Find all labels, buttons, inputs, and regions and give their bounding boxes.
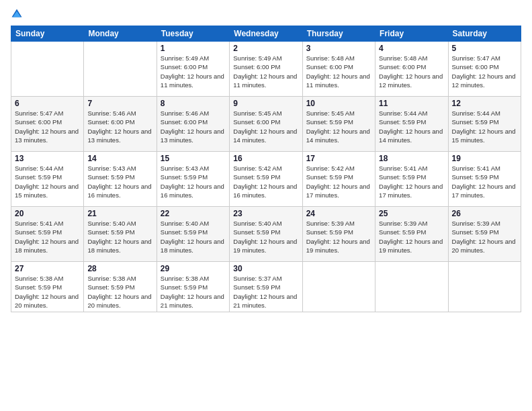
calendar-cell: 21Sunrise: 5:40 AM Sunset: 5:59 PM Dayli… (84, 207, 157, 262)
calendar-cell: 17Sunrise: 5:42 AM Sunset: 5:59 PM Dayli… (302, 152, 375, 207)
calendar-cell (302, 262, 375, 312)
calendar-cell: 9Sunrise: 5:45 AM Sunset: 6:00 PM Daylig… (230, 97, 302, 152)
page: Sunday Monday Tuesday Wednesday Thursday… (0, 0, 532, 411)
header (11, 8, 521, 20)
col-thursday: Thursday (302, 26, 375, 42)
day-info: Sunrise: 5:44 AM Sunset: 5:59 PM Dayligh… (15, 164, 80, 199)
day-number: 26 (452, 209, 517, 218)
day-number: 4 (379, 44, 444, 53)
day-number: 30 (233, 264, 298, 273)
col-friday: Friday (375, 26, 448, 42)
day-number: 14 (87, 154, 152, 163)
day-number: 10 (306, 99, 371, 108)
calendar-cell: 20Sunrise: 5:41 AM Sunset: 5:59 PM Dayli… (11, 207, 84, 262)
calendar-cell: 22Sunrise: 5:40 AM Sunset: 5:59 PM Dayli… (157, 207, 229, 262)
calendar-cell: 1Sunrise: 5:49 AM Sunset: 6:00 PM Daylig… (157, 42, 229, 97)
day-number: 17 (306, 154, 371, 163)
day-info: Sunrise: 5:42 AM Sunset: 5:59 PM Dayligh… (233, 164, 298, 199)
day-info: Sunrise: 5:43 AM Sunset: 5:59 PM Dayligh… (87, 164, 152, 199)
day-info: Sunrise: 5:41 AM Sunset: 5:59 PM Dayligh… (452, 164, 517, 199)
header-row: Sunday Monday Tuesday Wednesday Thursday… (11, 26, 521, 42)
calendar-cell: 10Sunrise: 5:45 AM Sunset: 5:59 PM Dayli… (302, 97, 375, 152)
calendar-cell: 13Sunrise: 5:44 AM Sunset: 5:59 PM Dayli… (11, 152, 84, 207)
day-number: 19 (452, 154, 517, 163)
calendar-cell: 27Sunrise: 5:38 AM Sunset: 5:59 PM Dayli… (11, 262, 84, 312)
day-number: 7 (87, 99, 152, 108)
day-info: Sunrise: 5:37 AM Sunset: 5:59 PM Dayligh… (233, 274, 298, 310)
day-info: Sunrise: 5:38 AM Sunset: 5:59 PM Dayligh… (15, 274, 80, 310)
day-info: Sunrise: 5:41 AM Sunset: 5:59 PM Dayligh… (15, 219, 80, 255)
calendar-cell (375, 262, 448, 312)
day-info: Sunrise: 5:48 AM Sunset: 6:00 PM Dayligh… (306, 54, 371, 89)
day-info: Sunrise: 5:45 AM Sunset: 5:59 PM Dayligh… (306, 109, 371, 144)
day-number: 9 (233, 99, 298, 108)
col-monday: Monday (84, 26, 157, 42)
day-info: Sunrise: 5:44 AM Sunset: 5:59 PM Dayligh… (452, 109, 517, 144)
calendar-cell: 18Sunrise: 5:41 AM Sunset: 5:59 PM Dayli… (375, 152, 448, 207)
day-info: Sunrise: 5:48 AM Sunset: 6:00 PM Dayligh… (379, 54, 444, 89)
day-number: 23 (233, 209, 298, 218)
day-info: Sunrise: 5:41 AM Sunset: 5:59 PM Dayligh… (379, 164, 444, 199)
calendar-cell: 14Sunrise: 5:43 AM Sunset: 5:59 PM Dayli… (84, 152, 157, 207)
day-number: 25 (379, 209, 444, 218)
calendar-cell: 25Sunrise: 5:39 AM Sunset: 5:59 PM Dayli… (375, 207, 448, 262)
day-number: 22 (161, 209, 226, 218)
calendar-cell (11, 42, 84, 97)
calendar-cell: 3Sunrise: 5:48 AM Sunset: 6:00 PM Daylig… (302, 42, 375, 97)
col-saturday: Saturday (448, 26, 521, 42)
day-info: Sunrise: 5:42 AM Sunset: 5:59 PM Dayligh… (306, 164, 371, 199)
logo-icon (11, 8, 23, 20)
calendar-cell: 15Sunrise: 5:43 AM Sunset: 5:59 PM Dayli… (157, 152, 229, 207)
day-info: Sunrise: 5:43 AM Sunset: 5:59 PM Dayligh… (161, 164, 226, 199)
day-number: 29 (161, 264, 226, 273)
day-number: 15 (161, 154, 226, 163)
day-info: Sunrise: 5:49 AM Sunset: 6:00 PM Dayligh… (233, 54, 298, 89)
calendar-cell: 23Sunrise: 5:40 AM Sunset: 5:59 PM Dayli… (230, 207, 302, 262)
calendar-cell: 5Sunrise: 5:47 AM Sunset: 6:00 PM Daylig… (448, 42, 521, 97)
day-info: Sunrise: 5:46 AM Sunset: 6:00 PM Dayligh… (161, 109, 226, 144)
calendar-cell: 4Sunrise: 5:48 AM Sunset: 6:00 PM Daylig… (375, 42, 448, 97)
logo (11, 8, 24, 20)
day-number: 2 (233, 44, 298, 53)
calendar-cell: 19Sunrise: 5:41 AM Sunset: 5:59 PM Dayli… (448, 152, 521, 207)
day-number: 27 (15, 264, 80, 273)
day-number: 11 (379, 99, 444, 108)
day-info: Sunrise: 5:39 AM Sunset: 5:59 PM Dayligh… (306, 219, 371, 255)
day-info: Sunrise: 5:45 AM Sunset: 6:00 PM Dayligh… (233, 109, 298, 144)
day-number: 24 (306, 209, 371, 218)
calendar-cell: 16Sunrise: 5:42 AM Sunset: 5:59 PM Dayli… (230, 152, 302, 207)
day-info: Sunrise: 5:38 AM Sunset: 5:59 PM Dayligh… (161, 274, 226, 310)
day-number: 1 (161, 44, 226, 53)
day-info: Sunrise: 5:39 AM Sunset: 5:59 PM Dayligh… (379, 219, 444, 255)
day-number: 3 (306, 44, 371, 53)
calendar-cell: 2Sunrise: 5:49 AM Sunset: 6:00 PM Daylig… (230, 42, 302, 97)
day-info: Sunrise: 5:44 AM Sunset: 5:59 PM Dayligh… (379, 109, 444, 144)
day-number: 28 (87, 264, 152, 273)
calendar-table: Sunday Monday Tuesday Wednesday Thursday… (11, 26, 521, 312)
col-wednesday: Wednesday (230, 26, 302, 42)
col-tuesday: Tuesday (157, 26, 229, 42)
day-info: Sunrise: 5:38 AM Sunset: 5:59 PM Dayligh… (87, 274, 152, 310)
day-number: 12 (452, 99, 517, 108)
calendar-cell: 30Sunrise: 5:37 AM Sunset: 5:59 PM Dayli… (230, 262, 302, 312)
day-number: 16 (233, 154, 298, 163)
day-info: Sunrise: 5:47 AM Sunset: 6:00 PM Dayligh… (15, 109, 80, 144)
calendar-cell (84, 42, 157, 97)
day-info: Sunrise: 5:40 AM Sunset: 5:59 PM Dayligh… (87, 219, 152, 255)
calendar-cell: 12Sunrise: 5:44 AM Sunset: 5:59 PM Dayli… (448, 97, 521, 152)
day-number: 13 (15, 154, 80, 163)
calendar-cell: 7Sunrise: 5:46 AM Sunset: 6:00 PM Daylig… (84, 97, 157, 152)
day-number: 21 (87, 209, 152, 218)
day-number: 5 (452, 44, 517, 53)
calendar-cell: 24Sunrise: 5:39 AM Sunset: 5:59 PM Dayli… (302, 207, 375, 262)
calendar-cell: 11Sunrise: 5:44 AM Sunset: 5:59 PM Dayli… (375, 97, 448, 152)
day-info: Sunrise: 5:40 AM Sunset: 5:59 PM Dayligh… (161, 219, 226, 255)
day-number: 20 (15, 209, 80, 218)
day-info: Sunrise: 5:49 AM Sunset: 6:00 PM Dayligh… (161, 54, 226, 89)
day-number: 18 (379, 154, 444, 163)
calendar-cell: 29Sunrise: 5:38 AM Sunset: 5:59 PM Dayli… (157, 262, 229, 312)
calendar-cell: 28Sunrise: 5:38 AM Sunset: 5:59 PM Dayli… (84, 262, 157, 312)
day-info: Sunrise: 5:46 AM Sunset: 6:00 PM Dayligh… (87, 109, 152, 144)
day-number: 6 (15, 99, 80, 108)
day-number: 8 (161, 99, 226, 108)
